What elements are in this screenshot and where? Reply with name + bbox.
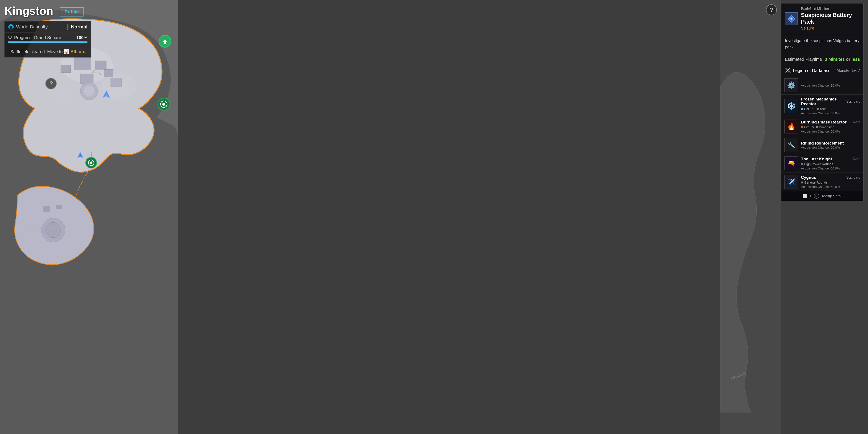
mission-description: Investigate the suspicious Vulgus batter… <box>781 34 863 54</box>
loot-info-0: Acquisition Chance: 10.0% <box>801 84 860 87</box>
map-area: Grand Square The Fallen Theater <box>0 0 178 434</box>
world-difficulty-row: 🌐 World Difficulty ▐ Normal <box>5 22 91 33</box>
loot-thumb-2: 🔥 <box>784 120 798 133</box>
progress-bar-background <box>8 41 88 43</box>
loot-item-0: ⚙️ Acquisition Chance: 10.0% <box>781 76 863 95</box>
svg-rect-10 <box>111 78 122 87</box>
svg-rect-9 <box>104 69 113 77</box>
controller-icon: ⬜ <box>803 194 807 198</box>
svg-rect-8 <box>80 74 93 84</box>
loot-name-3: Rifling Reinforcement <box>801 141 844 146</box>
enemy-level: Monster Lv. 7 <box>837 68 860 73</box>
enemy-faction-icon: ⚔️ <box>785 68 791 73</box>
svg-point-13 <box>84 86 94 97</box>
svg-rect-16 <box>43 206 50 212</box>
progress-percent: 100% <box>76 35 88 40</box>
progress-label: Progress: Grand Square <box>14 35 61 40</box>
svg-rect-6 <box>74 56 91 69</box>
loot-item-5: ✈️ Cygnus Standard General Rounds Acquis… <box>781 173 863 191</box>
location-title: Kingston <box>4 4 53 18</box>
mission-name: Suspicious Battery Pack <box>801 12 860 25</box>
loot-chance-0: Acquisition Chance: 10.0% <box>801 84 860 87</box>
loot-chance-4: Acquisition Chance: 50.0% <box>801 166 860 170</box>
loot-thumb-4: 🔫 <box>784 156 798 170</box>
loot-info-5: Cygnus Standard General Rounds Acquisiti… <box>801 175 860 189</box>
playtime-value: 3 Minutes or less <box>825 57 860 62</box>
right-map-area: struction <box>720 0 781 434</box>
mission-header: Battlefield Mission Suspicious Battery P… <box>781 3 863 34</box>
progress-bar-fill <box>8 41 88 43</box>
loot-rarity-4: Rare <box>853 157 860 161</box>
tooltip-scroll-bar: ⬜ + R Tooltip Scroll <box>781 191 863 201</box>
loot-chance-5: Acquisition Chance: 50.0% <box>801 185 860 189</box>
mission-title-block: Battlefield Mission Suspicious Battery P… <box>801 7 860 31</box>
svg-rect-11 <box>61 65 70 73</box>
shield-icon: 🛡 <box>8 35 12 40</box>
progress-row: 🛡 Progress: Grand Square 100% <box>5 33 91 46</box>
playtime-label: Estimated Playtime <box>785 57 822 62</box>
mission-tag: Seizure <box>801 26 860 31</box>
loot-rarity-2: Rare <box>853 120 860 124</box>
loot-chance-1: Acquisition Chance: 50.0% <box>801 111 860 115</box>
loot-item-4: 🔫 The Last Knight Rare High-Power Rounds… <box>781 154 863 173</box>
loot-name-1: Frozen Mechanics Reactor <box>801 97 846 106</box>
loot-info-4: The Last Knight Rare High-Power Rounds A… <box>801 157 860 170</box>
loot-thumb-icon-3: 🔧 <box>788 142 795 149</box>
loot-name-4: The Last Knight <box>801 157 832 161</box>
loot-chance-2: Acquisition Chance: 50.0% <box>801 129 860 133</box>
svg-text:The Fallen Theater: The Fallen Theater <box>30 226 63 231</box>
public-badge[interactable]: Public <box>60 7 84 17</box>
r-button-icon: R <box>814 193 819 198</box>
loot-name-5: Cygnus <box>801 175 816 180</box>
svg-text:?: ? <box>50 80 53 87</box>
loot-item-2: 🔥 Burning Phase Reactor Rare Fire⚙Dimens… <box>781 117 863 136</box>
loot-info-1: Frozen Mechanics Reactor Standard Chill⚙… <box>801 97 860 115</box>
next-location-link[interactable]: Albion. <box>70 49 85 54</box>
mission-panel: Battlefield Mission Suspicious Battery P… <box>781 3 864 201</box>
svg-point-27 <box>162 103 165 106</box>
globe-icon: 🌐 <box>8 24 14 30</box>
mission-icon <box>785 12 798 25</box>
loot-info-3: Rifling Reinforcement Acquisition Chance… <box>801 141 860 149</box>
tooltip-scroll-label: Tooltip Scroll <box>822 194 842 198</box>
loot-chance-3: Acquisition Chance: 50.0% <box>801 146 860 149</box>
loot-thumb-icon-2: 🔥 <box>787 122 796 131</box>
loot-thumb-0: ⚙️ <box>784 78 798 92</box>
help-button[interactable]: ? <box>766 4 777 15</box>
loot-thumb-icon-5: ✈️ <box>788 178 795 186</box>
loot-list: ⚙️ Acquisition Chance: 10.0% ❄️ Frozen M… <box>781 76 863 191</box>
loot-thumb-5: ✈️ <box>784 175 798 189</box>
loot-thumb-icon-0: ⚙️ <box>787 81 796 89</box>
loot-rarity-1: Standard <box>846 100 860 103</box>
world-difficulty-value: ▐ Normal <box>65 24 88 30</box>
mission-type: Battlefield Mission <box>801 7 860 11</box>
loot-thumb-icon-4: 🔫 <box>788 160 795 167</box>
enemy-row: ⚔️ Legion of Darkness Monster Lv. 7 <box>781 65 863 76</box>
battlefield-notice: Battlefield cleared. Move to 📊 Albion. <box>5 46 91 57</box>
info-panel: 🌐 World Difficulty ▐ Normal 🛡 Progress: … <box>4 21 91 58</box>
loot-rarity-5: Standard <box>846 176 860 180</box>
top-left-panel: Kingston Public 🌐 World Difficulty ▐ Nor… <box>4 4 91 58</box>
loot-thumb-1: ❄️ <box>784 99 798 113</box>
svg-rect-7 <box>95 61 106 69</box>
svg-text:Grand Square: Grand Square <box>126 67 157 73</box>
loot-item-1: ❄️ Frozen Mechanics Reactor Standard Chi… <box>781 95 863 117</box>
loot-name-2: Burning Phase Reactor <box>801 120 846 125</box>
loot-item-3: 🔧 Rifling Reinforcement Acquisition Chan… <box>781 136 863 154</box>
svg-point-30 <box>90 161 92 164</box>
loot-info-2: Burning Phase Reactor Rare Fire⚙Dimensio… <box>801 120 860 133</box>
loot-thumb-3: 🔧 <box>784 138 798 152</box>
plus-icon: + <box>809 194 812 198</box>
enemy-faction-name: Legion of Darkness <box>793 68 830 73</box>
svg-point-5 <box>52 89 78 106</box>
world-difficulty-label: World Difficulty <box>16 24 48 30</box>
svg-rect-17 <box>56 205 62 209</box>
loot-thumb-icon-1: ❄️ <box>787 102 796 110</box>
playtime-row: Estimated Playtime 3 Minutes or less <box>781 54 863 65</box>
next-location-icon: 📊 <box>64 49 70 54</box>
